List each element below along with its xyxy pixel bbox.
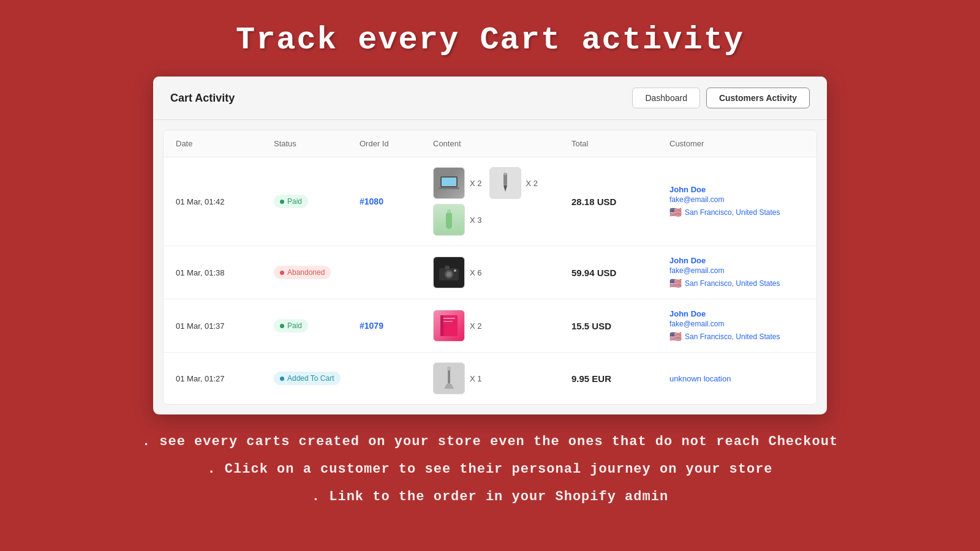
order-link[interactable]: #1080 <box>360 197 383 206</box>
col-total: Total <box>571 139 669 148</box>
flag-icon: 🇺🇸 <box>669 331 682 342</box>
location-text: San Francisco, United States <box>685 332 780 341</box>
customer-name-link[interactable]: John Doe <box>669 309 804 318</box>
product-image <box>433 362 465 394</box>
svg-rect-19 <box>447 367 451 370</box>
total-value: 28.18 USD <box>571 197 669 207</box>
status-dot <box>280 200 284 204</box>
customer-email-link[interactable]: fake@email.com <box>669 195 804 204</box>
content-cell: X 6 <box>433 257 571 288</box>
product-image <box>433 167 465 199</box>
row-date: 01 Mar, 01:38 <box>176 268 274 277</box>
status-dot <box>280 377 284 381</box>
row-date: 01 Mar, 01:42 <box>176 197 274 206</box>
col-customer: Customer <box>669 139 804 148</box>
svg-rect-2 <box>439 187 459 189</box>
total-value: 59.94 USD <box>571 268 669 278</box>
flag-icon: 🇺🇸 <box>669 206 682 218</box>
status-dot <box>280 271 284 275</box>
table-row: 01 Mar, 01:42 Paid #1080 X 2 X 2 <box>164 157 816 246</box>
customers-activity-button[interactable]: Customers Activity <box>706 88 810 108</box>
product-image <box>433 204 465 236</box>
app-header: Cart Activity Dashboard Customers Activi… <box>153 77 827 120</box>
row-date: 01 Mar, 01:37 <box>176 321 274 331</box>
product-qty: X 3 <box>470 216 482 225</box>
row-date: 01 Mar, 01:27 <box>176 374 274 383</box>
dashboard-button[interactable]: Dashboard <box>632 88 700 108</box>
header-buttons: Dashboard Customers Activity <box>632 88 810 108</box>
product-qty: X 1 <box>470 374 482 383</box>
product-qty: X 2 <box>470 179 482 188</box>
svg-rect-14 <box>443 318 455 319</box>
svg-marker-18 <box>444 384 454 389</box>
customer-cell: John Doe fake@email.com 🇺🇸 San Francisco… <box>669 185 804 218</box>
footer-line-1: . see every carts created on your store … <box>142 434 838 449</box>
status-label: Added To Cart <box>287 374 334 383</box>
order-id-cell: #1079 <box>360 320 433 331</box>
customer-location-link[interactable]: 🇺🇸 San Francisco, United States <box>669 206 804 218</box>
footer-line-2: . Click on a customer to see their perso… <box>207 462 772 477</box>
total-value: 15.5 USD <box>571 321 669 331</box>
order-link[interactable]: #1079 <box>360 321 383 331</box>
col-order-id: Order Id <box>360 139 433 148</box>
status-label: Abandoned <box>287 268 325 277</box>
svg-point-10 <box>447 272 451 277</box>
location-text: San Francisco, United States <box>685 208 780 217</box>
table-header: Date Status Order Id Content Total Custo… <box>164 130 816 157</box>
svg-rect-5 <box>504 173 507 175</box>
svg-rect-16 <box>440 315 443 336</box>
product-image <box>489 167 521 199</box>
status-badge: Paid <box>274 319 360 332</box>
col-content: Content <box>433 139 571 148</box>
status-label: Paid <box>287 197 302 206</box>
col-status: Status <box>274 139 360 148</box>
customer-cell: unknown location <box>669 374 804 383</box>
flag-icon: 🇺🇸 <box>669 277 682 289</box>
status-dot <box>280 324 284 328</box>
svg-rect-6 <box>446 212 452 229</box>
customer-location-link[interactable]: 🇺🇸 San Francisco, United States <box>669 277 804 289</box>
customer-email-link[interactable]: fake@email.com <box>669 266 804 275</box>
svg-marker-4 <box>503 186 507 192</box>
customer-email-link[interactable]: fake@email.com <box>669 320 804 328</box>
svg-rect-15 <box>443 321 453 322</box>
location-text: San Francisco, United States <box>685 279 780 288</box>
table-row: 01 Mar, 01:27 Added To Cart X 1 9.95 EUR… <box>164 353 816 404</box>
app-title: Cart Activity <box>170 92 235 105</box>
content-cell: X 2 X 2 X 3 <box>433 167 571 236</box>
customer-cell: John Doe fake@email.com 🇺🇸 San Francisco… <box>669 256 804 289</box>
product-image <box>433 310 465 342</box>
product-qty: X 2 <box>470 321 482 331</box>
order-id-cell: #1080 <box>360 196 433 207</box>
svg-point-12 <box>454 269 456 272</box>
status-badge: Abandoned <box>274 266 360 279</box>
table-row: 01 Mar, 01:37 Paid #1079 X 2 15.5 USD Jo… <box>164 299 816 353</box>
status-label: Paid <box>287 321 302 330</box>
product-qty: X 6 <box>470 268 482 277</box>
customer-name-link[interactable]: John Doe <box>669 256 804 265</box>
hero-title: Track every Cart activity <box>236 22 744 58</box>
svg-rect-1 <box>442 178 456 186</box>
footer-line-3: . Link to the order in your Shopify admi… <box>312 489 668 504</box>
status-badge: Added To Cart <box>274 372 360 385</box>
total-value: 9.95 EUR <box>571 373 669 384</box>
product-image <box>433 257 465 288</box>
product-qty: X 2 <box>526 179 538 188</box>
content-cell: X 1 <box>433 362 571 394</box>
customer-location-link[interactable]: 🇺🇸 San Francisco, United States <box>669 331 804 342</box>
content-cell: X 2 <box>433 310 571 342</box>
footer-texts: . see every carts created on your store … <box>0 434 980 529</box>
col-date: Date <box>176 139 274 148</box>
unknown-location-link[interactable]: unknown location <box>669 374 804 383</box>
customer-name-link[interactable]: John Doe <box>669 185 804 194</box>
svg-rect-7 <box>447 209 451 213</box>
cart-activity-table: Date Status Order Id Content Total Custo… <box>163 130 817 405</box>
table-row: 01 Mar, 01:38 Abandoned X 6 59.94 USD Jo… <box>164 246 816 299</box>
svg-rect-11 <box>445 266 450 269</box>
customer-cell: John Doe fake@email.com 🇺🇸 San Francisco… <box>669 309 804 342</box>
status-badge: Paid <box>274 195 360 208</box>
app-window: Cart Activity Dashboard Customers Activi… <box>153 77 827 414</box>
